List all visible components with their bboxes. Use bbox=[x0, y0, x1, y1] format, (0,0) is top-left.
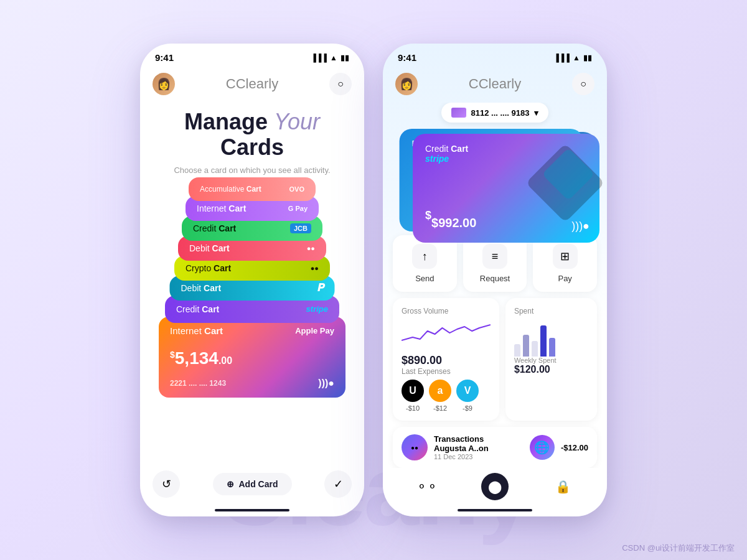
search-button-left[interactable]: ○ bbox=[329, 73, 352, 95]
action-buttons: ↑ Send ≡ Request ⊞ Pay bbox=[393, 235, 597, 292]
add-card-label: Add Card bbox=[239, 479, 278, 489]
crypto-brand: ●● bbox=[311, 264, 319, 272]
status-time-left: 9:41 bbox=[155, 52, 174, 63]
weekly-value: $120.00 bbox=[514, 364, 588, 375]
stripe-label: stripe bbox=[425, 154, 587, 164]
gross-label: Gross Volume bbox=[402, 307, 491, 315]
card-main-amount: $$992.00 bbox=[425, 207, 587, 233]
apple-pay-brand: Apple Pay bbox=[295, 326, 334, 335]
debit-teal-name: Debit Cart bbox=[181, 283, 222, 293]
pay-button[interactable]: ⊞ Pay bbox=[533, 235, 597, 292]
card-stack: Accumulative Cart OVO Internet Cart G Pa… bbox=[153, 186, 352, 398]
manage-text: Manage bbox=[184, 109, 274, 134]
dollar-sup: $ bbox=[425, 209, 431, 222]
transaction-date: 11 Dec 2023 bbox=[434, 453, 524, 460]
left-phone-bottom: ↺ ⊕ Add Card ✓ bbox=[140, 462, 364, 516]
wifi-icon: ▲ bbox=[330, 54, 337, 62]
amount-value: $992 bbox=[431, 216, 459, 230]
battery-icon-right: ▮▮ bbox=[583, 54, 592, 62]
bar-2 bbox=[523, 335, 529, 357]
stats-row: Gross Volume $890.00 Last Expenses U -$1… bbox=[393, 298, 597, 421]
check-icon: ✓ bbox=[334, 477, 343, 491]
transaction-amount: -$12.00 bbox=[561, 443, 588, 452]
add-card-button[interactable]: ⊕ Add Card bbox=[213, 473, 292, 495]
watermark: CSDN @ui设计前端开发工作室 bbox=[622, 543, 735, 554]
manage-heading: Manage Your Cards bbox=[184, 109, 320, 161]
bar-3 bbox=[532, 341, 538, 357]
card-selector-button[interactable]: 8112 ... .... 9183 ▾ bbox=[441, 103, 549, 123]
gross-volume-card: Gross Volume $890.00 Last Expenses U -$1… bbox=[393, 298, 499, 421]
back-button[interactable]: ↺ bbox=[153, 470, 180, 498]
manage-subtitle: Choose a card on which you see all activ… bbox=[174, 166, 330, 175]
accumulative-card-name: Accumulative Cart bbox=[200, 185, 261, 194]
expense-chips: U -$10 a -$12 V -$9 bbox=[402, 380, 491, 412]
request-button[interactable]: ≡ Request bbox=[463, 235, 527, 292]
app-logo-left: CClearly bbox=[226, 76, 278, 92]
app-logo-right: CClearly bbox=[469, 76, 521, 92]
uber-logo: U bbox=[402, 380, 424, 402]
amazon-amount: -$12 bbox=[433, 404, 447, 412]
trans-avatar-dots: ●● bbox=[411, 444, 418, 451]
nfc-icon-left: )))● bbox=[318, 378, 334, 389]
add-icon: ⊕ bbox=[227, 479, 234, 489]
left-phone-body: Manage Your Cards Choose a card on which… bbox=[140, 103, 364, 462]
nav-lock-icon[interactable]: 🔒 bbox=[549, 473, 576, 500]
transaction-avatar: ●● bbox=[402, 434, 428, 460]
spent-card: Spent Weekly Spent $120.00 bbox=[505, 298, 597, 421]
internet-bottom-amount: $5,134.00 bbox=[170, 348, 232, 368]
status-bar-right: 9:41 ▐▐▐ ▲ ▮▮ bbox=[383, 44, 607, 68]
expense-uber: U -$10 bbox=[402, 380, 424, 412]
gross-chart bbox=[402, 322, 491, 347]
nav-home-icon[interactable]: ⬤ bbox=[481, 473, 509, 500]
expense-amazon: a -$12 bbox=[429, 380, 451, 412]
left-phone-header: 👩 CClearly ○ bbox=[140, 68, 364, 103]
search-icon-left: ○ bbox=[337, 78, 344, 90]
status-bar-left: 9:41 ▐▐▐ ▲ ▮▮ bbox=[140, 44, 364, 68]
status-time-right: 9:41 bbox=[398, 52, 416, 63]
internet-bottom-card[interactable]: Internet Cart Apple Pay $5,134.00 2221 .… bbox=[159, 317, 345, 398]
your-italic: Your bbox=[274, 109, 320, 134]
send-button[interactable]: ↑ Send bbox=[393, 235, 457, 292]
decimal: .00 bbox=[218, 355, 232, 366]
internet-bottom-row: 2221 .... .... 1243 )))● bbox=[170, 378, 334, 389]
search-icon-right: ○ bbox=[580, 78, 586, 90]
card-number-display: 8112 ... .... 9183 bbox=[471, 108, 530, 118]
avatar-left[interactable]: 👩 bbox=[153, 73, 175, 95]
amount-decimal: .00 bbox=[459, 216, 477, 230]
home-indicator-right bbox=[458, 509, 532, 511]
weekly-label: Weekly Spent bbox=[514, 357, 588, 364]
chevron-down-icon: ▾ bbox=[534, 108, 538, 118]
logo-text-left: Clearly bbox=[236, 76, 278, 91]
credit-text: Credit bbox=[425, 144, 448, 154]
stripe-brand: stripe bbox=[306, 304, 328, 314]
transaction-card[interactable]: ●● Transactions Augusta A..on 11 Dec 202… bbox=[393, 427, 597, 468]
internet-bottom-top: Internet Cart Apple Pay bbox=[170, 325, 334, 336]
planet-symbol: 🌐 bbox=[534, 440, 550, 455]
left-phone: 9:41 ▐▐▐ ▲ ▮▮ 👩 CClearly ○ Manage Your C… bbox=[140, 44, 364, 516]
status-icons-right: ▐▐▐ ▲ ▮▮ bbox=[554, 54, 592, 62]
last-expenses-label: Last Expenses bbox=[402, 367, 491, 376]
featured-cards-area: AMERICAN Bonus Cart Credit Cart stripe bbox=[393, 129, 597, 229]
nav-dots-icon[interactable]: ⚬⚬ bbox=[413, 473, 441, 500]
debit-pink-brand: ●● bbox=[307, 245, 315, 252]
logo-c-right: C bbox=[469, 76, 479, 91]
wifi-icon-right: ▲ bbox=[573, 54, 580, 62]
accumulative-card[interactable]: Accumulative Cart OVO bbox=[189, 177, 316, 201]
status-icons-left: ▐▐▐ ▲ ▮▮ bbox=[311, 54, 349, 62]
request-label: Request bbox=[480, 274, 510, 283]
internet-purple-name: Internet Cart bbox=[197, 203, 246, 213]
internet-purple-brand: G Pay bbox=[288, 205, 308, 212]
logo-c: C bbox=[226, 76, 236, 91]
confirm-button[interactable]: ✓ bbox=[324, 470, 352, 498]
crypto-name: Crypto Cart bbox=[186, 263, 231, 273]
avatar-right[interactable]: 👩 bbox=[395, 73, 418, 95]
expense-vimeo: V -$9 bbox=[456, 380, 479, 412]
vimeo-logo: V bbox=[456, 380, 479, 402]
search-button-right[interactable]: ○ bbox=[572, 73, 594, 95]
transaction-name: Augusta A..on bbox=[434, 444, 524, 453]
card-selector-container: 8112 ... .... 9183 ▾ bbox=[393, 103, 597, 123]
accumulative-card-brand: OVO bbox=[289, 185, 304, 193]
amazon-logo: a bbox=[429, 380, 451, 402]
main-featured-card[interactable]: Credit Cart stripe $$992.00 )))● bbox=[413, 134, 599, 243]
uber-amount: -$10 bbox=[406, 404, 420, 412]
